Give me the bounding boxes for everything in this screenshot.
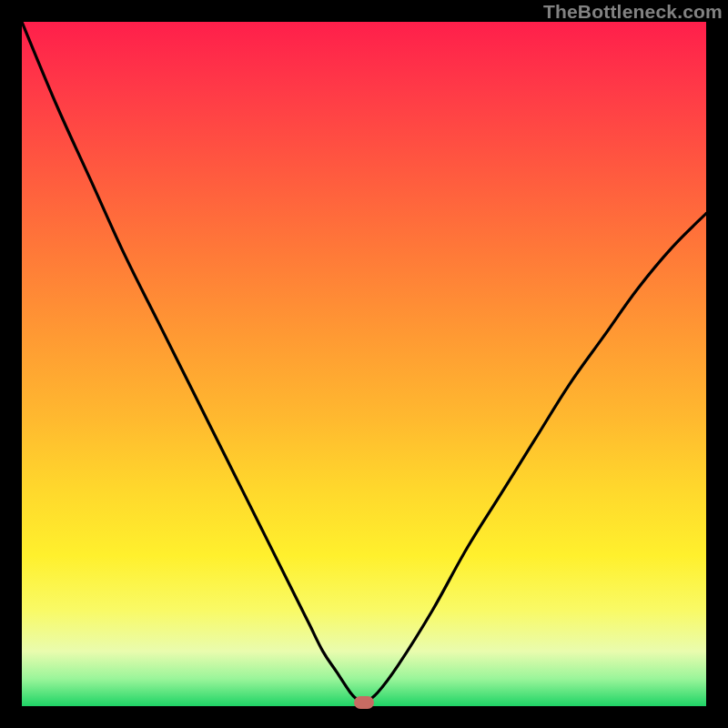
plot-area [22, 22, 706, 706]
watermark-label: TheBottleneck.com [543, 1, 723, 23]
chart-frame: TheBottleneck.com [0, 0, 728, 728]
bottleneck-curve [22, 22, 706, 706]
curve-path [22, 22, 706, 703]
min-marker-dot [354, 696, 374, 709]
